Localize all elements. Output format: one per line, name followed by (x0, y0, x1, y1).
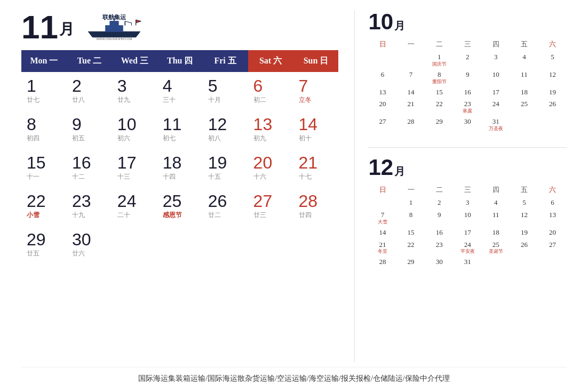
nov-day-2: 2 廿八 (67, 72, 112, 110)
nov-day-14: 14 初十 (293, 110, 339, 149)
header-sun: Sun 日 (293, 50, 339, 72)
oct-d26: 26 (538, 98, 567, 116)
oct-d5: 5 (538, 51, 567, 69)
nov-day-18: 18 十四 (157, 149, 203, 187)
nov-day-6: 6 初二 (248, 72, 293, 110)
october-header: 10 月 (368, 11, 567, 33)
oct-d8: 8重阳节 (425, 69, 454, 86)
oct-header-tue: 二 (425, 37, 454, 51)
dec-d29: 29 (397, 256, 425, 268)
oct-d27: 27 (368, 116, 396, 133)
nov-day-27: 27 廿三 (248, 187, 293, 226)
company-logo: 联航集运 WWW.UNILINESHIP.COM (80, 13, 149, 42)
december-number: 12 (368, 156, 393, 179)
nov-empty-1 (112, 226, 157, 264)
oct-d2: 2 (454, 51, 482, 69)
dec-d17: 17 (454, 227, 482, 239)
nov-empty-5 (293, 226, 339, 264)
nov-day-19: 19 十五 (203, 149, 248, 187)
december-grid: 日 一 二 三 四 五 六 1 2 3 4 5 6 7大雪 8 9 10 (368, 183, 567, 268)
dec-e1 (368, 197, 396, 209)
dec-header-wed: 三 (454, 183, 482, 197)
dec-d25: 25圣诞节 (482, 239, 510, 257)
oct-d28: 28 (397, 116, 425, 133)
nov-empty-4 (248, 226, 293, 264)
calendar-divider (368, 147, 567, 148)
oct-d22: 22 (425, 98, 454, 116)
december-label: 月 (394, 164, 405, 179)
nov-day-25: 25 感恩节 (157, 187, 203, 226)
dec-d10: 10 (454, 209, 482, 227)
dec-d1: 1 (397, 197, 425, 209)
oct-d14: 14 (397, 86, 425, 99)
svg-rect-1 (110, 21, 118, 25)
dec-d12: 12 (510, 209, 538, 227)
nov-day-7: 7 立冬 (293, 72, 339, 110)
nov-day-22: 22 小雪 (21, 187, 67, 226)
nov-day-28: 28 廿四 (293, 187, 339, 226)
oct-header-thu: 四 (482, 37, 510, 51)
november-header: 11 月 (21, 11, 338, 44)
oct-d24: 24 (482, 98, 510, 116)
oct-d6: 6 (368, 69, 396, 86)
dec-d28: 28 (368, 256, 396, 268)
dec-d11: 11 (482, 209, 510, 227)
dec-d13: 13 (538, 209, 567, 227)
nov-day-16: 16 十二 (67, 149, 112, 187)
october-label: 月 (394, 19, 405, 33)
dec-d18: 18 (482, 227, 510, 239)
oct-d21: 21 (397, 98, 425, 116)
logo-area: 联航集运 WWW.UNILINESHIP.COM (80, 13, 149, 42)
svg-rect-0 (106, 25, 123, 31)
svg-line-5 (125, 21, 131, 22)
oct-d1: 1国庆节 (425, 51, 454, 69)
nov-day-4: 4 三十 (157, 72, 203, 110)
dec-e2 (482, 256, 510, 268)
oct-d12: 12 (538, 69, 567, 86)
nov-day-8: 8 初四 (21, 110, 67, 149)
oct-e1 (368, 51, 396, 69)
dec-d31: 31 (454, 256, 482, 268)
dec-d16: 16 (425, 227, 454, 239)
svg-text:WWW.UNILINESHIP.COM: WWW.UNILINESHIP.COM (96, 37, 132, 41)
dec-header-tue: 二 (425, 183, 454, 197)
oct-d30: 30 (454, 116, 482, 133)
oct-d31: 31万圣夜 (482, 116, 510, 133)
oct-d15: 15 (425, 86, 454, 99)
nov-day-20: 20 十六 (248, 149, 293, 187)
dec-header-sat: 六 (538, 183, 567, 197)
dec-header-mon: 一 (397, 183, 425, 197)
dec-d19: 19 (510, 227, 538, 239)
december-header: 12 月 (368, 156, 567, 179)
oct-d19: 19 (538, 86, 567, 99)
oct-d20: 20 (368, 98, 396, 116)
nov-day-5: 5 十月 (203, 72, 248, 110)
dec-d24: 24平安夜 (454, 239, 482, 257)
dec-d23: 23 (425, 239, 454, 257)
oct-d23: 23寒露 (454, 98, 482, 116)
oct-d18: 18 (510, 86, 538, 99)
dec-d22: 22 (397, 239, 425, 257)
dec-d9: 9 (425, 209, 454, 227)
november-label: 月 (59, 19, 74, 39)
oct-d10: 10 (482, 69, 510, 86)
dec-d3: 3 (454, 197, 482, 209)
oct-e4 (538, 116, 567, 133)
dec-header-thu: 四 (482, 183, 510, 197)
november-number: 11 (21, 11, 58, 44)
oct-d7: 7 (397, 69, 425, 86)
header-sat: Sat 六 (248, 50, 293, 72)
dec-d27: 27 (538, 239, 567, 257)
nov-day-23: 23 十九 (67, 187, 112, 226)
footer-text: 国际海运集装箱运输/国际海运散杂货运输/空运运输/海空运输/报关报检/仓储陆运/… (21, 367, 567, 387)
side-calendars: 10 月 日 一 二 三 四 五 六 1国庆节 2 3 4 5 6 (354, 11, 567, 363)
dec-d7: 7大雪 (368, 209, 396, 227)
dec-d20: 20 (538, 227, 567, 239)
nov-day-26: 26 廿二 (203, 187, 248, 226)
dec-d15: 15 (397, 227, 425, 239)
oct-e2 (397, 51, 425, 69)
nov-empty-3 (203, 226, 248, 264)
nov-day-24: 24 二十 (112, 187, 157, 226)
dec-d21: 21冬至 (368, 239, 396, 257)
svg-text:联航集运: 联航集运 (102, 13, 126, 20)
